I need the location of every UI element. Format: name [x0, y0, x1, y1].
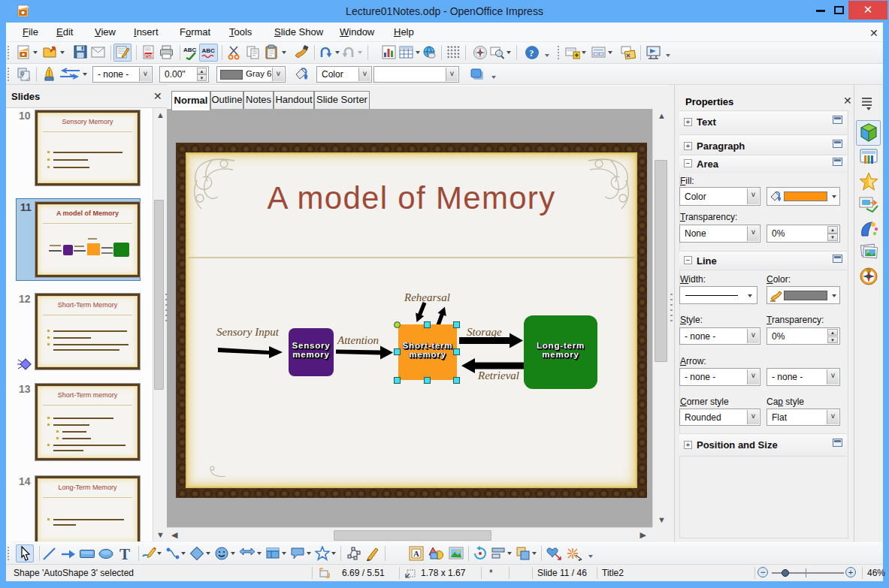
svg-text:A: A — [413, 549, 419, 558]
svg-text:PDF: PDF — [145, 53, 154, 58]
svg-text:?: ? — [529, 48, 534, 59]
svg-text:N: N — [867, 269, 870, 273]
svg-text:ABC: ABC — [202, 47, 216, 54]
